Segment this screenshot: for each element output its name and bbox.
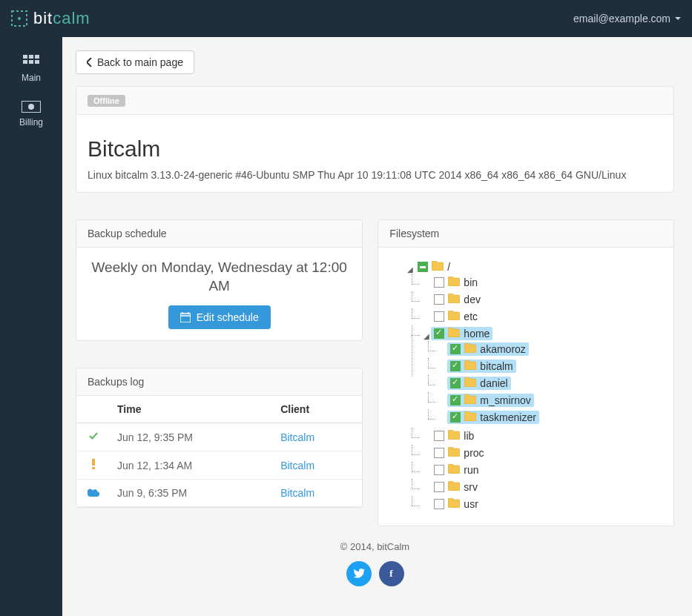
brand-logo[interactable]: bitcalm xyxy=(11,9,90,28)
tree-checkbox[interactable] xyxy=(450,361,461,371)
folder-icon xyxy=(464,377,476,389)
tree-checkbox[interactable] xyxy=(450,395,461,405)
folder-icon xyxy=(448,311,460,322)
tree-item: taskmenizer xyxy=(422,409,662,426)
log-time: Jun 9, 6:35 PM xyxy=(108,480,271,507)
tree-node[interactable]: proc xyxy=(431,446,487,460)
svg-rect-4 xyxy=(35,55,39,59)
sidebar-item-billing[interactable]: Billing xyxy=(0,90,62,135)
tree-item: proc xyxy=(406,445,662,462)
logs-col-status xyxy=(76,396,108,423)
tree-item: ◢/bindevetc◢homeakamorozbitcalmdanielm_s… xyxy=(389,259,662,514)
filesystem-panel: Filesystem ◢/bindevetc◢homeakamorozbitca… xyxy=(378,219,674,526)
tree-label: daniel xyxy=(480,377,507,389)
server-panel-header: Offline xyxy=(76,87,673,115)
tree-checkbox[interactable] xyxy=(434,465,444,475)
tree-node[interactable]: srv xyxy=(431,480,481,494)
tree-node[interactable]: bitcalm xyxy=(447,360,515,373)
tree-label: usr xyxy=(464,498,478,510)
edit-schedule-label: Edit schedule xyxy=(197,311,259,323)
logs-col-time: Time xyxy=(108,396,271,423)
svg-rect-10 xyxy=(180,314,191,322)
tree-checkbox[interactable] xyxy=(434,431,444,441)
tree-node[interactable]: dev xyxy=(431,293,484,306)
tree-item: akamoroz xyxy=(422,341,662,358)
log-client-link[interactable]: Bitcalm xyxy=(271,480,362,507)
tree-label: taskmenizer xyxy=(480,411,536,423)
sidebar-item-main[interactable]: Main xyxy=(0,44,62,90)
tree-checkbox[interactable] xyxy=(434,311,444,322)
topbar: bitcalm email@example.com xyxy=(0,0,692,37)
folder-icon xyxy=(448,294,460,305)
tree-node[interactable]: lib xyxy=(431,429,477,443)
folder-icon xyxy=(464,343,476,355)
svg-rect-3 xyxy=(29,55,33,59)
svg-rect-7 xyxy=(35,60,39,64)
logs-panel-title: Backups log xyxy=(76,368,362,396)
tree-toggle[interactable]: ◢ xyxy=(422,332,431,340)
tree-node[interactable]: home xyxy=(431,327,492,340)
filesystem-tree[interactable]: ◢/bindevetc◢homeakamorozbitcalmdanielm_s… xyxy=(389,259,662,514)
tree-checkbox[interactable] xyxy=(434,448,444,458)
svg-rect-6 xyxy=(29,60,33,64)
server-name: Bitcalm xyxy=(88,136,662,162)
log-row: Jun 9, 6:35 PMBitcalm xyxy=(76,480,362,507)
svg-rect-15 xyxy=(92,467,95,469)
log-time: Jun 12, 1:34 AM xyxy=(108,451,271,480)
tree-item: bin xyxy=(406,274,662,291)
facebook-link[interactable]: f xyxy=(379,561,404,586)
tree-node[interactable]: taskmenizer xyxy=(447,411,538,424)
brand-text-a: bit xyxy=(33,9,53,28)
tree-checkbox[interactable] xyxy=(418,262,428,272)
back-button-label: Back to main page xyxy=(97,56,183,68)
folder-icon xyxy=(432,261,444,273)
tree-item: bitcalm xyxy=(422,358,662,375)
tree-checkbox[interactable] xyxy=(434,277,444,288)
tree-label: dev xyxy=(464,294,481,305)
edit-schedule-button[interactable]: Edit schedule xyxy=(168,305,271,329)
calendar-icon xyxy=(180,312,191,322)
log-row: Jun 12, 9:35 PMBitcalm xyxy=(76,423,362,451)
tree-item: m_smirnov xyxy=(422,392,662,409)
log-client-link[interactable]: Bitcalm xyxy=(271,451,362,480)
back-button[interactable]: Back to main page xyxy=(76,50,194,74)
log-client-link[interactable]: Bitcalm xyxy=(271,423,362,451)
grid-icon xyxy=(23,55,39,68)
svg-rect-2 xyxy=(23,55,27,59)
logo-icon xyxy=(11,10,27,27)
sidebar-item-label: Main xyxy=(22,73,41,83)
tree-node[interactable]: akamoroz xyxy=(447,342,528,356)
status-badge: Offline xyxy=(88,95,125,107)
tree-node[interactable]: daniel xyxy=(447,377,510,390)
tree-node[interactable]: / xyxy=(415,260,453,274)
tree-node[interactable]: etc xyxy=(431,310,481,323)
folder-icon xyxy=(448,328,460,340)
twitter-link[interactable] xyxy=(346,561,372,586)
tree-item: srv xyxy=(406,479,662,496)
tree-node[interactable]: m_smirnov xyxy=(447,394,533,407)
tree-label: bin xyxy=(464,276,478,288)
schedule-description: Weekly on Monday, Wednesday at 12:00 AM xyxy=(88,259,351,295)
log-status-icon xyxy=(76,423,108,451)
svg-rect-5 xyxy=(23,60,27,64)
user-menu[interactable]: email@example.com xyxy=(573,13,681,24)
tree-checkbox[interactable] xyxy=(434,328,444,339)
logs-table: Time Client Jun 12, 9:35 PMBitcalmJun 12… xyxy=(76,396,362,507)
tree-node[interactable]: usr xyxy=(431,497,481,511)
tree-checkbox[interactable] xyxy=(434,294,444,305)
svg-point-9 xyxy=(28,104,34,110)
tree-node[interactable]: bin xyxy=(431,276,481,289)
tree-checkbox[interactable] xyxy=(450,378,461,388)
tree-toggle[interactable]: ◢ xyxy=(406,265,415,274)
folder-icon xyxy=(448,430,460,442)
tree-label: srv xyxy=(464,481,478,493)
tree-checkbox[interactable] xyxy=(450,412,461,423)
tree-checkbox[interactable] xyxy=(450,344,461,354)
tree-item: run xyxy=(406,462,662,479)
sidebar: Main Billing xyxy=(0,37,62,616)
tree-node[interactable]: run xyxy=(431,463,481,477)
tree-checkbox[interactable] xyxy=(434,499,444,509)
tree-checkbox[interactable] xyxy=(434,482,444,492)
tree-item: lib xyxy=(406,428,662,445)
caret-down-icon xyxy=(675,16,681,21)
